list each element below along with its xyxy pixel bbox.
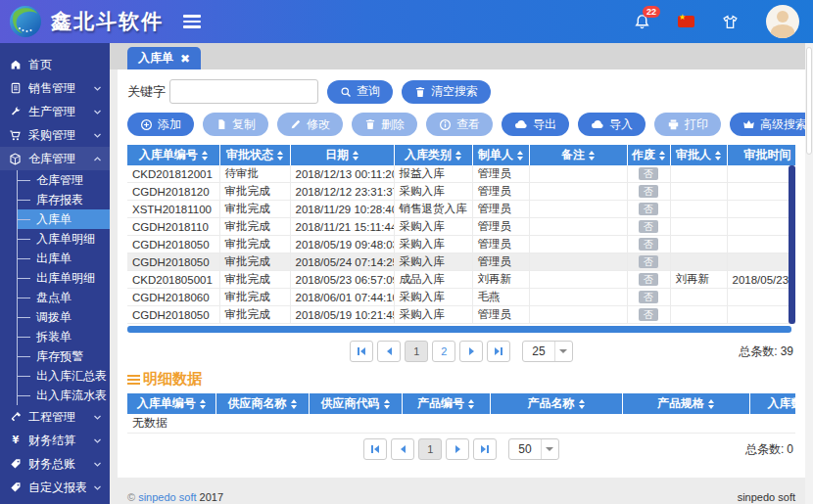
sort-icon[interactable]: [353, 151, 359, 160]
pager-next-button[interactable]: [446, 438, 469, 460]
table-row[interactable]: CKD201812001待审批2018/12/13 00:11:20报益入库管理…: [127, 165, 795, 183]
tab-close-icon[interactable]: ✖: [180, 52, 190, 66]
sort-icon[interactable]: [200, 399, 206, 409]
column-header-2[interactable]: 供应商代码: [309, 393, 402, 414]
table-row[interactable]: CGDH2018050审批完成2018/05/19 10:21:45采购入库管理…: [127, 306, 795, 324]
pager-first-button[interactable]: [363, 438, 387, 460]
table-row[interactable]: CGDH2018050审批完成2018/05/19 09:48:03采购入库管理…: [127, 236, 795, 253]
toolbar-button-2[interactable]: 修改: [277, 113, 343, 136]
toolbar-button-0[interactable]: 添加: [127, 113, 194, 136]
toolbar-button-4[interactable]: 查看: [426, 113, 493, 136]
sort-icon[interactable]: [708, 399, 714, 409]
cn-flag-icon[interactable]: [678, 16, 694, 27]
cell-creator: 管理员: [472, 165, 529, 183]
table-vertical-scrollbar[interactable]: [789, 165, 795, 324]
table-horizontal-scrollbar[interactable]: [127, 326, 791, 333]
sort-icon[interactable]: [455, 151, 461, 160]
column-header-1[interactable]: 供应商名称: [215, 393, 309, 414]
sort-icon[interactable]: [589, 151, 595, 160]
table-row[interactable]: CGDH2018110审批完成2018/11/21 15:11:44采购入库管理…: [127, 218, 795, 236]
table-row[interactable]: CGDH2018060审批完成2018/06/01 07:44:10采购入库毛燕…: [127, 289, 795, 306]
sidebar-subitem-8[interactable]: 拆装单: [18, 327, 110, 346]
column-header-6[interactable]: 入库数量: [749, 393, 795, 414]
sidebar-subitem-11[interactable]: 出入库流水表: [18, 386, 110, 405]
sidebar-item-0[interactable]: 首页: [0, 53, 110, 76]
pager-page-2[interactable]: 2: [432, 341, 455, 362]
sort-icon[interactable]: [659, 151, 665, 160]
pager-prev-button[interactable]: [377, 341, 401, 362]
notifications-button[interactable]: 22: [634, 14, 650, 30]
sidebar-subitem-4[interactable]: 出库单: [18, 249, 110, 268]
pager-page-1[interactable]: 1: [418, 438, 442, 460]
column-header-4[interactable]: 制单人: [472, 145, 529, 165]
page-size-select[interactable]: 50: [508, 438, 558, 460]
pager-last-button[interactable]: [487, 341, 510, 362]
toolbar-button-1[interactable]: 复制: [203, 113, 268, 136]
query-button[interactable]: 查询: [327, 80, 393, 104]
sort-icon[interactable]: [795, 151, 796, 160]
column-header-6[interactable]: 作废: [627, 145, 670, 165]
pager-first-button[interactable]: [350, 341, 373, 362]
table-row[interactable]: CKD201805001审批完成2018/05/23 06:57:09成品入库刘…: [127, 271, 795, 289]
sidebar-subitem-0[interactable]: 仓库管理: [18, 170, 110, 190]
column-header-3[interactable]: 产品编号: [402, 393, 490, 414]
sidebar-subitem-1[interactable]: 库存报表: [18, 190, 110, 209]
sidebar-subitem-2[interactable]: 入库单: [18, 209, 110, 229]
column-header-5[interactable]: 备注: [529, 145, 627, 165]
pager-last-button[interactable]: [473, 438, 497, 460]
column-header-1[interactable]: 审批状态: [219, 145, 290, 165]
sort-icon[interactable]: [468, 399, 474, 409]
sort-icon[interactable]: [277, 151, 283, 160]
sidebar-item-5[interactable]: 工程管理: [0, 405, 110, 429]
sidebar-subitem-10[interactable]: 出入库汇总表: [18, 366, 110, 386]
sidebar-item-7[interactable]: 财务总账: [0, 452, 110, 476]
sidebar-subitem-6[interactable]: 盘点单: [18, 288, 110, 307]
sort-icon[interactable]: [291, 399, 297, 409]
tab-inbound-order[interactable]: 入库单 ✖: [127, 47, 201, 69]
sort-icon[interactable]: [715, 151, 721, 160]
sidebar-item-6[interactable]: ¥财务结算: [0, 429, 110, 452]
column-header-5[interactable]: 产品规格: [622, 393, 749, 414]
toolbar-button-8[interactable]: 高级搜索: [730, 113, 813, 136]
user-avatar[interactable]: [766, 5, 799, 38]
sidebar-item-2[interactable]: 生产管理: [0, 100, 110, 123]
page-scrollbar[interactable]: [805, 43, 813, 504]
sidebar-subitem-7[interactable]: 调拨单: [18, 307, 110, 327]
toolbar-button-5[interactable]: 导出: [502, 113, 569, 136]
column-header-2[interactable]: 日期: [290, 145, 394, 165]
printer-icon: [667, 118, 680, 131]
sidebar-item-3[interactable]: 采购管理: [0, 123, 110, 147]
table-row[interactable]: XSTH20181100审批完成2018/11/29 10:28:40销售退货入…: [127, 201, 795, 218]
sidebar-subitem-9[interactable]: 库存预警: [18, 346, 110, 366]
toolbar-button-7[interactable]: 打印: [654, 113, 721, 136]
table-row[interactable]: CGDH2018120审批完成2018/12/12 23:31:37采购入库管理…: [127, 183, 795, 201]
toolbar-button-6[interactable]: 导入: [578, 113, 646, 136]
keyword-input[interactable]: [169, 79, 318, 104]
sort-icon[interactable]: [579, 399, 585, 409]
footer-brand-link[interactable]: sinpedo soft: [138, 491, 196, 503]
sidebar-subitem-5[interactable]: 出库单明细: [18, 268, 110, 288]
table-row[interactable]: CGDH2018050审批完成2018/05/24 07:14:25采购入库管理…: [127, 253, 795, 271]
pager-prev-button[interactable]: [391, 438, 414, 460]
column-header-7[interactable]: 审批人: [670, 145, 727, 165]
pager-page-1[interactable]: 1: [405, 341, 428, 362]
column-header-0[interactable]: 入库单编号: [127, 393, 215, 414]
page-scrollbar-thumb[interactable]: [806, 47, 812, 155]
sidebar-item-8[interactable]: 自定义报表: [0, 476, 110, 499]
sort-icon[interactable]: [202, 151, 208, 160]
column-header-8[interactable]: 审批时间: [727, 145, 795, 165]
column-header-3[interactable]: 入库类别: [394, 145, 472, 165]
toolbar-button-3[interactable]: 删除: [352, 113, 417, 136]
pager-next-button[interactable]: [459, 341, 483, 362]
sort-icon[interactable]: [517, 151, 523, 160]
sidebar-subitem-3[interactable]: 入库单明细: [18, 229, 110, 249]
sort-icon[interactable]: [384, 399, 390, 409]
menu-toggle-icon[interactable]: [183, 12, 201, 31]
column-header-4[interactable]: 产品名称: [490, 393, 622, 414]
sidebar-item-1[interactable]: 销售管理: [0, 76, 110, 100]
shirt-icon[interactable]: [722, 14, 739, 30]
clear-search-button[interactable]: 清空搜索: [402, 80, 491, 104]
sidebar-item-4[interactable]: 仓库管理: [0, 147, 110, 170]
column-header-0[interactable]: 入库单编号: [127, 145, 219, 165]
page-size-select[interactable]: 25: [522, 341, 572, 362]
